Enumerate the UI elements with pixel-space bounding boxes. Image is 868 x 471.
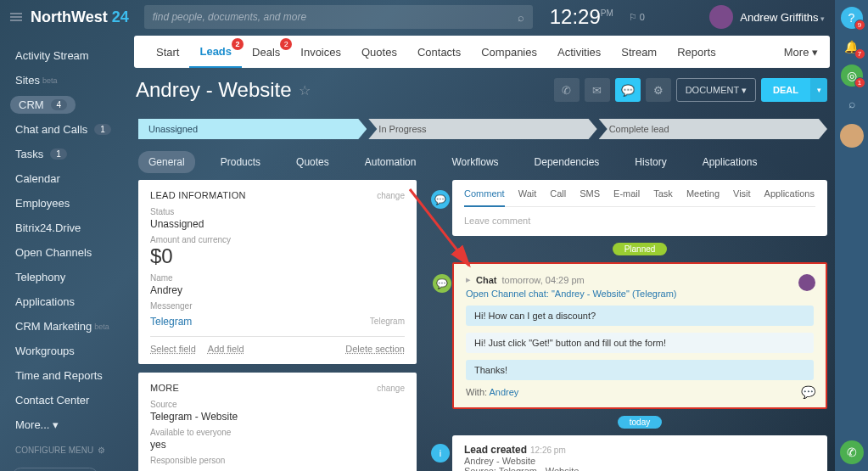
select-field[interactable]: Select field (150, 344, 196, 354)
avatar[interactable] (709, 5, 733, 29)
tabs-more[interactable]: More ▾ (784, 46, 818, 59)
search-icon[interactable]: ⌕ (518, 11, 524, 24)
comment-tab[interactable]: Meeting (686, 188, 720, 199)
comment-tab[interactable]: Wait (518, 188, 537, 199)
chat-timeline-icon: 💬 (433, 274, 451, 293)
sidebar-item[interactable]: CRM4 (10, 96, 76, 114)
bell-icon[interactable]: 🔔7 (841, 36, 863, 58)
help-icon[interactable]: ?9 (841, 7, 863, 29)
tab[interactable]: Contacts (407, 36, 471, 68)
subtab[interactable]: Automation (355, 151, 427, 173)
lead-info-card: LEAD INFORMATION change Status Unassigne… (138, 180, 417, 364)
rail-search-icon[interactable]: ⌕ (848, 97, 855, 110)
global-search[interactable]: ⌕ (144, 5, 533, 29)
chat-avatar (798, 274, 815, 291)
reply-icon[interactable]: 💬 (801, 385, 815, 399)
comment-box: 💬 CommentWaitCallSMSE-mailTaskMeetingVis… (452, 180, 827, 236)
messenger-link[interactable]: Telegram (150, 316, 192, 328)
search-input[interactable] (153, 11, 518, 23)
configure-menu[interactable]: CONFIGURE MENU ⚙ (0, 437, 127, 463)
subtab[interactable]: Products (210, 151, 271, 173)
call-button[interactable]: ✆ (840, 440, 864, 464)
sidebar-item[interactable]: Activity Stream (0, 43, 127, 68)
sidebar-item[interactable]: Chat and Calls1 (0, 117, 127, 142)
comment-tab[interactable]: E-mail (613, 188, 640, 199)
change-link[interactable]: change (377, 191, 405, 200)
open-channel-link[interactable]: Open Channel chat: "Andrey - Website" (T… (466, 289, 814, 299)
tab[interactable]: Stream (611, 36, 667, 68)
comment-tab[interactable]: Task (653, 188, 673, 199)
change-link[interactable]: change (377, 384, 405, 393)
stage[interactable]: Complete lead (599, 119, 827, 139)
stage-bar: UnassignedIn ProgressComplete lead (138, 119, 827, 139)
subtab[interactable]: Dependencies (524, 151, 610, 173)
comment-tab[interactable]: SMS (580, 188, 600, 199)
sidebar-item[interactable]: Workgroups (0, 339, 127, 363)
subtab[interactable]: Workflows (441, 151, 508, 173)
comment-tab[interactable]: Applications (764, 188, 815, 199)
page-title: Andrey - Website (136, 78, 292, 102)
sidebar-item[interactable]: Sitesbeta (0, 68, 127, 93)
sidebar-item[interactable]: Bitrix24.Drive (0, 216, 127, 240)
sidebar-item[interactable]: Open Channels (0, 240, 127, 265)
comment-bubble-icon: 💬 (431, 190, 450, 209)
today-pill: today (618, 416, 662, 429)
chat-message: Hi! How can I get a discount? (466, 306, 814, 326)
sidebar-item[interactable]: More... ▾ (0, 412, 127, 437)
comment-tab[interactable]: Comment (464, 188, 505, 207)
subtab[interactable]: Applications (692, 151, 768, 173)
gear-icon[interactable]: ⚙ (646, 78, 671, 102)
user-menu[interactable]: Andrew Griffiths (740, 11, 825, 24)
tab[interactable]: Quotes (351, 36, 407, 68)
stage[interactable]: In Progress (368, 119, 596, 139)
info-icon: i (431, 444, 450, 463)
star-icon[interactable]: ☆ (299, 82, 311, 98)
tab[interactable]: Leads2 (189, 36, 242, 68)
tab[interactable]: Reports (667, 36, 726, 68)
sidebar-item[interactable]: Tasks1 (0, 142, 127, 166)
chat-message: Hi! Just click "Get!" button and fill ou… (466, 333, 814, 353)
stage[interactable]: Unassigned (138, 119, 367, 139)
lead-created-card: i Lead created12:26 pm Andrey - Website … (452, 435, 827, 471)
add-field[interactable]: Add field (208, 344, 244, 354)
menu-toggle[interactable] (10, 13, 22, 21)
tab[interactable]: Activities (547, 36, 611, 68)
right-rail: ?9 🔔7 ◎1 ⌕ ✆ (835, 0, 868, 471)
sidebar-item[interactable]: CRM Marketingbeta (0, 314, 127, 339)
subtabs: GeneralProductsQuotesAutomationWorkflows… (138, 151, 827, 173)
chat-icon[interactable]: 💬 (615, 78, 641, 102)
tab[interactable]: Companies (471, 36, 547, 68)
sidebar-item[interactable]: Time and Reports (0, 363, 127, 388)
chat-message: Thanks! (466, 360, 814, 380)
logo[interactable]: NorthWest 24 (31, 8, 129, 26)
tab[interactable]: Start (146, 36, 189, 68)
card-title: LEAD INFORMATION (150, 190, 246, 200)
subtab[interactable]: Quotes (286, 151, 339, 173)
comment-tab[interactable]: Call (550, 188, 566, 199)
subtab[interactable]: General (138, 151, 195, 173)
leave-comment[interactable]: Leave comment (464, 216, 815, 226)
deal-dropdown[interactable]: ▾ (810, 78, 827, 102)
notify-icon[interactable]: ◎1 (841, 64, 863, 87)
tab[interactable]: Deals2 (242, 36, 290, 68)
with-link[interactable]: Andrey (490, 387, 519, 397)
tab[interactable]: Invoices (290, 36, 351, 68)
delete-section[interactable]: Delete section (345, 344, 405, 354)
sidebar-item[interactable]: Applications (0, 289, 127, 314)
subtab[interactable]: History (624, 151, 676, 173)
sidebar-item[interactable]: Telephony (0, 265, 127, 289)
sidebar-item[interactable]: Contact Center (0, 388, 127, 412)
cart-icon[interactable]: ⚐ 0 (629, 12, 645, 23)
expand-icon[interactable]: ▸ (466, 274, 471, 285)
sidebar-item[interactable]: Employees (0, 191, 127, 216)
rail-avatar[interactable] (840, 124, 864, 148)
mail-icon[interactable]: ✉ (585, 78, 610, 102)
comment-tab[interactable]: Visit (733, 188, 751, 199)
deal-button[interactable]: DEAL (761, 78, 810, 102)
amount-value: $0 (150, 244, 405, 268)
invite-users[interactable]: INVITE USERS + (12, 468, 98, 471)
sidebar: Activity StreamSitesbetaCRM4Chat and Cal… (0, 38, 127, 471)
document-button[interactable]: DOCUMENT ▾ (676, 78, 756, 102)
sidebar-item[interactable]: Calendar (0, 166, 127, 191)
phone-icon[interactable]: ✆ (554, 78, 580, 102)
